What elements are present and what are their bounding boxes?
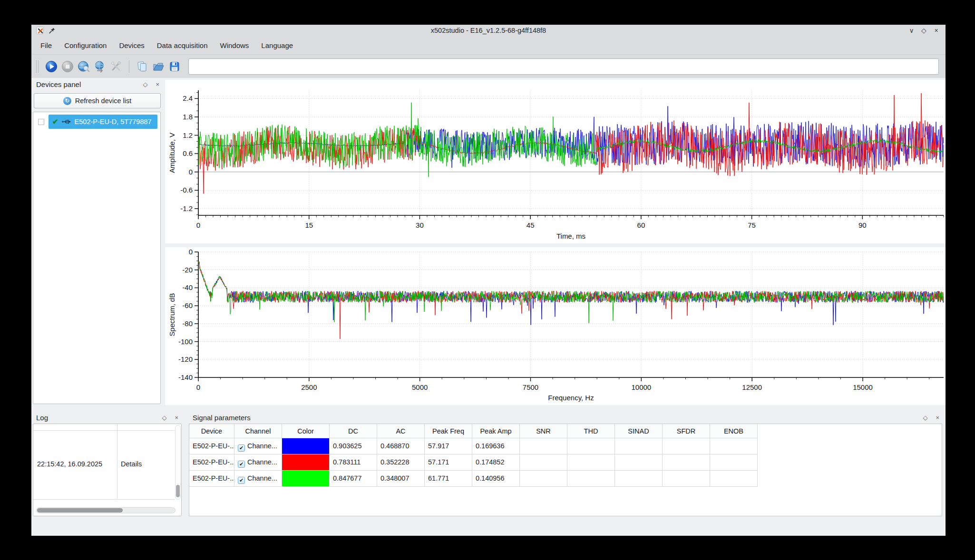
table-row: E502-P-EU-...✔Channe...0.8476770.3480076… xyxy=(189,471,758,487)
copy-data-button[interactable] xyxy=(135,59,149,74)
float-panel-icon[interactable]: ◇ xyxy=(923,414,927,421)
stop-acquisition-button[interactable] xyxy=(60,59,75,74)
minimize-button[interactable]: ∨ xyxy=(908,27,915,34)
cell-device: E502-P-EU-... xyxy=(189,438,234,454)
svg-text:2500: 2500 xyxy=(301,383,317,391)
column-header-color[interactable]: Color xyxy=(282,424,330,438)
svg-text:30: 30 xyxy=(416,221,424,229)
channel-label: Channe... xyxy=(247,458,277,466)
svg-text:45: 45 xyxy=(526,221,535,229)
column-header-sfdr[interactable]: SFDR xyxy=(663,424,710,438)
network-search-button[interactable] xyxy=(77,59,91,74)
channel-label: Channe... xyxy=(247,442,277,450)
channel-checkbox[interactable]: ✔ xyxy=(238,461,245,468)
refresh-device-list-button[interactable]: ↻ Refresh device list xyxy=(34,93,161,108)
column-header-peak-freq[interactable]: Peak Freq xyxy=(425,424,472,438)
maximize-button[interactable]: ◇ xyxy=(920,27,927,34)
column-header-device[interactable]: Device xyxy=(189,424,234,438)
svg-text:75: 75 xyxy=(748,221,756,229)
menu-item-configuration[interactable]: Configuration xyxy=(58,38,113,53)
open-file-button[interactable] xyxy=(151,59,166,74)
cell-thd xyxy=(567,454,615,471)
close-panel-icon[interactable]: × xyxy=(156,81,159,88)
cell-sinad xyxy=(615,454,663,471)
device-label: E502-P-EU-D, 5T779887 xyxy=(75,118,152,126)
menu-item-data-acquisition[interactable]: Data acquisition xyxy=(151,38,214,53)
table-row: E502-P-EU-...✔Channe...0.7831110.3522285… xyxy=(189,454,758,471)
color-swatch[interactable] xyxy=(282,471,329,486)
color-swatch[interactable] xyxy=(282,438,329,454)
cell-peak_amp: 0.169636 xyxy=(472,438,520,454)
toolbar-grip[interactable] xyxy=(36,60,39,73)
log-vertical-scrollbar-thumb[interactable] xyxy=(176,485,180,497)
close-panel-icon[interactable]: × xyxy=(175,414,178,421)
log-horizontal-scrollbar-thumb[interactable] xyxy=(37,508,123,512)
log-table[interactable]: 22:15:42, 16.09.2025 Details xyxy=(33,424,182,516)
time-domain-chart[interactable]: 2.41.81.20.60-0.6-1.20153045607590Amplit… xyxy=(165,80,946,243)
menu-item-windows[interactable]: Windows xyxy=(214,38,255,53)
log-horizontal-scrollbar[interactable] xyxy=(36,507,176,513)
refresh-button-label: Refresh device list xyxy=(75,97,131,105)
refresh-icon: ↻ xyxy=(63,97,71,105)
column-header-enob[interactable]: ENOB xyxy=(710,424,758,438)
cell-dc: 0.783111 xyxy=(330,454,377,471)
menu-item-devices[interactable]: Devices xyxy=(113,38,150,53)
cell-sfdr xyxy=(663,454,710,471)
close-panel-icon[interactable]: × xyxy=(936,414,939,421)
menu-item-language[interactable]: Language xyxy=(255,38,299,53)
tree-expand-toggle[interactable] xyxy=(38,119,44,125)
save-file-icon xyxy=(168,60,181,73)
title-bar: x502studio - E16_v1.2.5-68-g4ff148f8 ∨ ◇… xyxy=(31,25,946,36)
channel-checkbox[interactable]: ✔ xyxy=(238,444,245,452)
float-panel-icon[interactable]: ◇ xyxy=(143,81,147,88)
device-item[interactable]: ✔E502-P-EU-D, 5T779887 xyxy=(49,115,157,129)
cell-thd xyxy=(567,438,615,454)
log-panel-title: Log xyxy=(36,414,48,422)
close-button[interactable]: × xyxy=(933,27,940,34)
svg-text:-1.2: -1.2 xyxy=(180,204,193,212)
svg-text:1.8: 1.8 xyxy=(183,113,193,121)
network-settings-button[interactable] xyxy=(93,59,107,74)
column-header-ac[interactable]: AC xyxy=(377,424,425,438)
cell-sfdr xyxy=(663,471,710,487)
svg-text:-60: -60 xyxy=(182,301,193,309)
column-header-dc[interactable]: DC xyxy=(330,424,377,438)
spectrum-chart[interactable]: 0-20-40-60-80-100-120-140025005000750010… xyxy=(165,247,946,405)
tools-button[interactable] xyxy=(109,59,123,74)
channel-cell: ✔Channe... xyxy=(234,438,282,454)
float-panel-icon[interactable]: ◇ xyxy=(162,414,166,421)
copy-data-icon xyxy=(136,60,148,73)
pin-icon[interactable] xyxy=(49,27,56,34)
svg-text:0: 0 xyxy=(189,168,193,176)
column-header-peak-amp[interactable]: Peak Amp xyxy=(472,424,520,438)
toolbar-separator xyxy=(129,60,129,73)
menu-item-file[interactable]: File xyxy=(34,38,58,53)
log-entry-time: 22:15:42, 16.09.2025 xyxy=(37,460,102,468)
save-file-button[interactable] xyxy=(167,59,182,74)
log-vertical-scrollbar[interactable] xyxy=(175,425,181,500)
cell-sfdr xyxy=(663,438,710,454)
devices-panel-header: Devices panel ◇ × xyxy=(31,78,164,90)
toolbar-text-field[interactable] xyxy=(188,58,939,75)
cell-enob xyxy=(710,471,758,487)
device-tree[interactable]: ✔E502-P-EU-D, 5T779887 xyxy=(33,112,161,404)
usb-icon xyxy=(62,119,71,125)
start-acquisition-icon xyxy=(45,60,58,73)
column-header-sinad[interactable]: SINAD xyxy=(615,424,663,438)
column-header-thd[interactable]: THD xyxy=(567,424,615,438)
cell-peak_amp: 0.140956 xyxy=(472,471,520,487)
svg-text:0: 0 xyxy=(189,248,193,256)
color-swatch[interactable] xyxy=(282,454,329,470)
cell-peak_amp: 0.174852 xyxy=(472,454,520,471)
time-chart-canvas[interactable]: 2.41.81.20.60-0.6-1.20153045607590Amplit… xyxy=(165,80,946,243)
spectrum-chart-canvas[interactable]: 0-20-40-60-80-100-120-140025005000750010… xyxy=(165,247,946,405)
start-acquisition-button[interactable] xyxy=(44,59,58,74)
column-header-snr[interactable]: SNR xyxy=(520,424,567,438)
channel-checkbox[interactable]: ✔ xyxy=(238,477,245,484)
log-entry-details[interactable]: Details xyxy=(121,460,142,468)
open-file-icon xyxy=(152,60,165,73)
cell-dc: 0.847677 xyxy=(330,471,377,487)
column-header-channel[interactable]: Channel xyxy=(234,424,282,438)
log-panel-header: Log ◇ × xyxy=(31,411,183,424)
log-panel: Log ◇ × 22:15:42, 16.09.2025 Details xyxy=(31,411,183,518)
